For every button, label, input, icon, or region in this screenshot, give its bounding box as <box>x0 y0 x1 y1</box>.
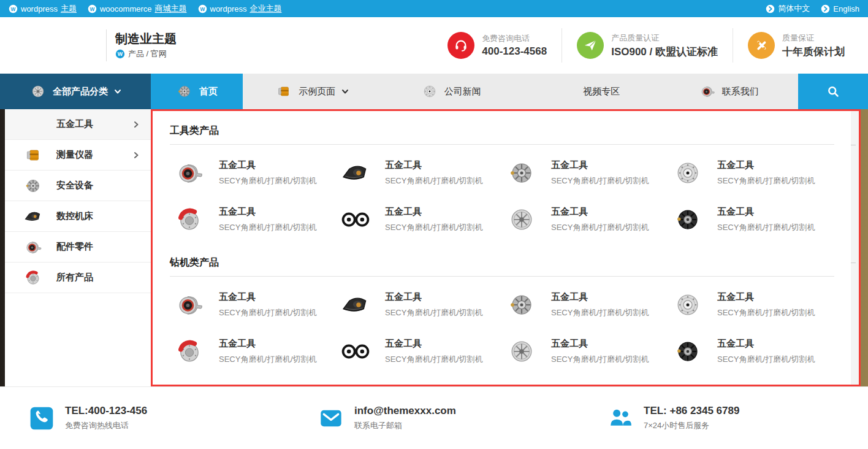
product-item[interactable]: 五金工具 SECY角磨机/打磨机/切割机 <box>502 150 668 196</box>
nav-item-label: 公司新闻 <box>444 86 481 98</box>
topbar-language-label: 简体中文 <box>778 3 810 14</box>
product-title[interactable]: 五金工具 <box>385 291 483 303</box>
nav-item[interactable]: 视频专区 <box>520 74 660 109</box>
mail-icon <box>319 406 343 431</box>
product-desc: SECY角磨机/打磨机/切割机 <box>717 175 815 186</box>
brakedisc-icon <box>668 157 707 189</box>
product-title[interactable]: 五金工具 <box>717 291 815 303</box>
product-item[interactable]: 五金工具 SECY角磨机/打磨机/切割机 <box>336 282 502 328</box>
chevron-right-icon <box>132 152 140 159</box>
footer-item-title: info@themexxx.com <box>354 405 456 417</box>
product-item[interactable]: 五金工具 SECY角磨机/打磨机/切割机 <box>502 196 668 243</box>
nav-item[interactable]: 示例页面 <box>243 74 382 109</box>
alternator-icon <box>176 83 193 100</box>
product-title[interactable]: 五金工具 <box>219 206 317 218</box>
footer-contact-item: TEL: +86 2345 6789 7×24小时售后服务 <box>579 405 868 431</box>
product-title[interactable]: 五金工具 <box>717 159 815 171</box>
people-icon <box>608 406 633 431</box>
filter-icon <box>23 145 43 165</box>
footer-item-desc: 联系电子邮箱 <box>354 420 456 431</box>
search-button[interactable] <box>798 74 868 109</box>
product-item[interactable]: 五金工具 SECY角磨机/打磨机/切割机 <box>336 328 502 375</box>
product-item[interactable]: 五金工具 SECY角磨机/打磨机/切割机 <box>668 282 834 328</box>
product-title[interactable]: 五金工具 <box>385 159 483 171</box>
product-title[interactable]: 五金工具 <box>551 338 649 350</box>
product-item[interactable]: 五金工具 SECY角磨机/打磨机/切割机 <box>502 282 668 328</box>
product-title[interactable]: 五金工具 <box>219 338 317 350</box>
footer-item-desc: 免费咨询热线电话 <box>65 420 147 431</box>
panel-scroll-gutter <box>851 111 859 385</box>
nav-item[interactable]: 联系我们 <box>660 74 799 109</box>
product-item[interactable]: 五金工具 SECY角磨机/打磨机/切割机 <box>502 328 668 375</box>
section-title: 钻机类产品 <box>170 247 834 277</box>
plane-icon <box>577 32 604 59</box>
footer-contact-item: info@themexxx.com 联系电子邮箱 <box>289 405 579 431</box>
headlight-icon <box>23 207 43 226</box>
product-item[interactable]: 五金工具 SECY角磨机/打磨机/切割机 <box>668 328 834 375</box>
product-item[interactable]: 五金工具 SECY角磨机/打磨机/切割机 <box>170 282 336 328</box>
product-title[interactable]: 五金工具 <box>385 206 483 218</box>
site-logo[interactable]: 制造业主题 产品 / 官网 <box>106 29 177 61</box>
nav-item[interactable]: 首页 <box>151 74 243 109</box>
sidebar-item[interactable]: 测量仪器 <box>5 140 151 171</box>
topbar-theme-link[interactable]: woocommerce商城主题 <box>88 3 187 14</box>
product-title[interactable]: 五金工具 <box>717 206 815 218</box>
topbar-language-link[interactable]: 简体中文 <box>766 3 810 14</box>
header-feature: 免费咨询电话 400-123-4568 <box>433 32 562 59</box>
topbar-language-link[interactable]: English <box>821 4 859 13</box>
sidebar-item[interactable]: 所有产品 <box>5 263 151 293</box>
brakekit-icon <box>170 336 209 367</box>
all-categories-label: 全部产品分类 <box>53 86 108 98</box>
headlight-icon <box>336 289 375 321</box>
sidebar-item[interactable]: 数控机床 <box>5 201 151 232</box>
sidebar-item[interactable]: 五金工具 <box>5 109 151 140</box>
product-item[interactable]: 五金工具 SECY角磨机/打磨机/切割机 <box>170 328 336 375</box>
main-nav: 全部产品分类 首页 示例页面 公司新闻 视频专区 联系我们 <box>0 74 868 109</box>
product-item[interactable]: 五金工具 SECY角磨机/打磨机/切割机 <box>668 150 834 196</box>
product-item[interactable]: 五金工具 SECY角磨机/打磨机/切割机 <box>336 196 502 243</box>
topbar-link-text-zh: 企业主题 <box>249 3 281 14</box>
nav-item[interactable]: 公司新闻 <box>382 74 521 109</box>
sidebar-item[interactable]: 配件零件 <box>5 232 151 263</box>
topbar-link-text-en: wordpress <box>21 4 58 13</box>
product-desc: SECY角磨机/打磨机/切割机 <box>385 222 483 233</box>
sidebar-item[interactable]: 安全设备 <box>5 171 151 201</box>
feature-title: 质量保证 <box>782 33 845 44</box>
product-title[interactable]: 五金工具 <box>551 206 649 218</box>
product-title[interactable]: 五金工具 <box>219 291 317 303</box>
topbar-theme-link[interactable]: wordpress企业主题 <box>198 3 282 14</box>
product-item[interactable]: 五金工具 SECY角磨机/打磨机/切割机 <box>668 196 834 243</box>
sidebar-item-label: 测量仪器 <box>56 149 93 161</box>
product-desc: SECY角磨机/打磨机/切割机 <box>219 307 317 318</box>
logo-divider <box>106 29 107 61</box>
product-item[interactable]: 五金工具 SECY角磨机/打磨机/切割机 <box>170 196 336 243</box>
nav-item-label: 示例页面 <box>299 86 335 98</box>
product-title[interactable]: 五金工具 <box>551 291 649 303</box>
topbar: wordpress主题 woocommerce商城主题 wordpress企业主… <box>0 0 868 17</box>
product-item[interactable]: 五金工具 SECY角磨机/打磨机/切割机 <box>170 150 336 196</box>
product-title[interactable]: 五金工具 <box>219 159 317 171</box>
product-desc: SECY角磨机/打磨机/切割机 <box>219 222 317 233</box>
feature-value: ISO900 / 欧盟认证标准 <box>611 45 718 59</box>
bushings-icon <box>336 336 375 367</box>
topbar-theme-link[interactable]: wordpress主题 <box>9 3 77 14</box>
all-categories-button[interactable]: 全部产品分类 <box>0 74 151 109</box>
turbo-icon <box>699 83 716 100</box>
product-item[interactable]: 五金工具 SECY角磨机/打磨机/切割机 <box>336 150 502 196</box>
product-desc: SECY角磨机/打磨机/切割机 <box>717 222 815 233</box>
footer-item-title: TEL: +86 2345 6789 <box>644 405 739 417</box>
product-desc: SECY角磨机/打磨机/切割机 <box>219 354 317 365</box>
sidebar-item-label: 安全设备 <box>56 180 93 191</box>
feature-value: 400-123-4568 <box>482 45 547 58</box>
product-title[interactable]: 五金工具 <box>385 338 483 350</box>
filter-icon <box>275 83 292 100</box>
product-desc: SECY角磨机/打磨机/切割机 <box>717 307 815 318</box>
product-title[interactable]: 五金工具 <box>717 338 815 350</box>
arrow-circle-icon <box>766 4 775 13</box>
wordpress-icon <box>198 4 207 13</box>
wheel-icon <box>560 83 577 100</box>
product-title[interactable]: 五金工具 <box>551 159 649 171</box>
brakedisc-icon <box>421 83 438 100</box>
product-grid: 五金工具 SECY角磨机/打磨机/切割机 五金工具 SECY角磨机/打磨机/切割… <box>170 277 834 378</box>
chevron-down-icon <box>114 88 121 95</box>
